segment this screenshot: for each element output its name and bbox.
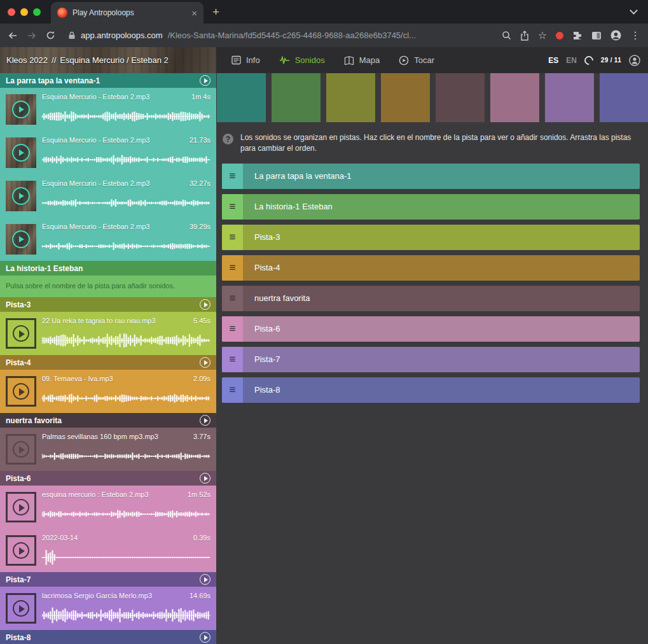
audio-clip[interactable]: 09. Temaeva - Iva.mp32.09s [0,370,216,413]
drag-handle-icon[interactable]: ≡ [222,194,243,220]
track-color-swatch[interactable] [217,73,266,122]
track-row[interactable]: ≡La historia-1 Esteban [222,194,640,220]
clip-thumbnail-play-button[interactable] [6,94,36,125]
drag-handle-icon[interactable]: ≡ [222,316,243,342]
drag-handle-icon[interactable]: ≡ [222,347,243,372]
clip-play-button[interactable] [6,434,36,465]
side-panel-icon[interactable] [591,31,602,41]
audio-clip[interactable]: lacrimosa Sergio García Merlo.mp314.69s [0,587,216,630]
track-color-swatch[interactable] [490,73,539,122]
track-color-swatch[interactable] [436,73,485,122]
audio-clip[interactable]: Esquina Mercurio - Esteban 2.mp339.29s [0,218,216,261]
track-play-icon[interactable] [200,574,210,585]
audio-clip[interactable]: Esquina Mercurio - Esteban 2.mp332.27s [0,174,216,218]
tab-sonidos[interactable]: Sonidos [279,55,325,65]
track-row[interactable]: ≡Pista-3 [222,225,640,250]
track-color-swatch[interactable] [600,73,648,122]
user-account-icon[interactable] [629,55,640,66]
track-row[interactable]: ≡La parra tapa la ventana-1 [222,164,640,189]
clip-filename: 2022-03-14 [42,534,78,542]
close-window-button[interactable] [8,8,15,16]
profile-avatar-icon[interactable] [610,30,621,41]
extensions-puzzle-icon[interactable] [572,31,583,41]
track-header[interactable]: La parra tapa la ventana-1 [0,73,216,88]
macos-window-controls [0,8,51,16]
url-path: /Kleos-Santa-Marina/fd5d5445-c265-4468-9… [168,31,416,40]
track-header[interactable]: Pista-3 [0,297,216,312]
track-play-icon[interactable] [200,473,210,484]
breadcrumb[interactable]: Kleos 2022 // Esquina Mercurio / Esteban… [0,47,216,73]
drag-handle-icon[interactable]: ≡ [222,164,243,189]
tab-tocar[interactable]: Tocar [399,55,434,66]
track-color-swatch[interactable] [381,73,430,122]
bookmark-star-icon[interactable]: ☆ [538,31,547,41]
track-play-icon[interactable] [200,632,210,643]
track-row[interactable]: ≡Pista-7 [222,347,640,372]
address-bar[interactable]: app.antropoloops.com/Kleos-Santa-Marina/… [68,31,416,40]
drag-handle-icon[interactable]: ≡ [222,225,243,250]
audio-clip[interactable]: esquina mercurio : Esteban 2.mp31m 52s [0,486,216,529]
recording-indicator-icon[interactable] [556,32,563,39]
clip-waveform-icon [42,548,210,567]
track-header[interactable]: Pista-7 [0,572,216,587]
clip-thumbnail-play-button[interactable] [6,137,36,168]
track-header[interactable]: La historia-1 Esteban [0,261,216,276]
clip-thumbnail-play-button[interactable] [6,224,36,255]
question-icon: ? [223,134,233,144]
language-es-button[interactable]: ES [548,56,558,65]
app-nav: Info Sonidos Mapa Tocar [231,55,434,66]
track-header[interactable]: Pista-6 [0,471,216,486]
track-color-swatch[interactable] [326,73,375,122]
track-section: Pista-7lacrimosa Sergio García Merlo.mp3… [0,572,216,630]
tab-close-icon[interactable]: × [191,8,197,18]
track-play-icon[interactable] [200,415,210,426]
track-header[interactable]: nuertra favorita [0,413,216,428]
track-row[interactable]: ≡Pista-8 [222,377,640,403]
tab-mapa[interactable]: Mapa [344,55,380,65]
track-row[interactable]: ≡Pista-6 [222,316,640,342]
share-icon[interactable] [520,31,529,41]
clip-play-button[interactable] [6,376,36,407]
zoom-icon[interactable] [502,31,511,40]
minimize-window-button[interactable] [20,8,28,16]
clip-play-button[interactable] [6,535,36,566]
new-tab-button[interactable]: + [212,6,219,18]
browser-tab[interactable]: Play Antropoloops × [51,2,203,24]
reload-button[interactable] [46,31,55,40]
project-name: Kleos 2022 [6,55,48,65]
lock-icon[interactable] [68,31,76,39]
track-header[interactable]: Pista-8 [0,630,216,644]
main-panel: ? Los sonidos se organizan en pistas. Ha… [217,73,648,644]
audio-clip[interactable]: 2022-03-140.39s [0,529,216,572]
forward-button[interactable] [27,31,37,40]
clip-duration: 39.29s [190,223,210,230]
drag-handle-icon[interactable]: ≡ [222,255,243,281]
map-book-icon [344,56,354,65]
track-play-icon[interactable] [200,357,210,368]
drag-handle-icon[interactable]: ≡ [222,286,243,311]
track-row[interactable]: ≡nuertra favorita [222,286,640,311]
clip-play-button[interactable] [6,492,36,522]
audio-clip[interactable]: Esquina Mercurio - Esteban 2.mp31m 4s [0,88,216,131]
browser-toolbar: app.antropoloops.com/Kleos-Santa-Marina/… [0,24,648,47]
track-play-icon[interactable] [200,299,210,310]
tab-search-chevron-icon[interactable] [630,6,638,15]
back-button[interactable] [8,31,18,40]
tab-info[interactable]: Info [231,55,260,65]
track-color-swatch[interactable] [545,73,594,122]
track-section: Pista-8 [0,630,216,644]
track-row[interactable]: ≡Pista-4 [222,255,640,281]
audio-clip[interactable]: Esquina Mercurio - Esteban 2.mp321.73s [0,131,216,174]
audio-clip[interactable]: Palmas sevillanas 160 bpm mp3.mp33.77s [0,428,216,471]
maximize-window-button[interactable] [33,8,41,16]
track-color-swatch[interactable] [272,73,321,122]
drag-handle-icon[interactable]: ≡ [222,377,243,403]
browser-menu-icon[interactable]: ⋮ [630,31,640,41]
track-header[interactable]: Pista-4 [0,355,216,370]
track-play-icon[interactable] [200,75,210,86]
clip-play-button[interactable] [6,318,36,349]
language-en-button[interactable]: EN [566,56,577,65]
clip-thumbnail-play-button[interactable] [6,181,36,211]
clip-play-button[interactable] [6,593,36,624]
audio-clip[interactable]: 22 Ua reka te tagnia to rau niau.mp35.45… [0,312,216,355]
